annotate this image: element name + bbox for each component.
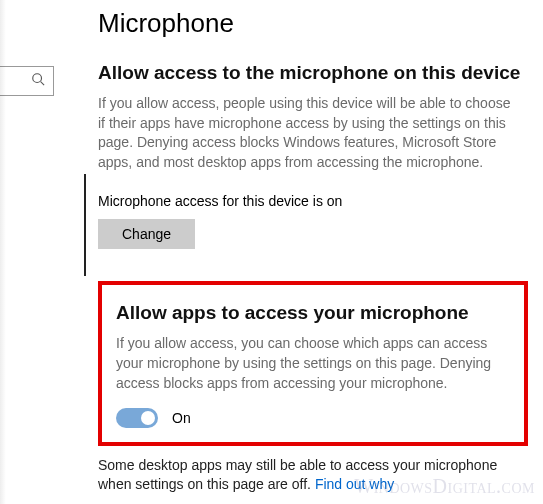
highlight-box: Allow apps to access your microphone If … [98,281,528,445]
app-access-toggle[interactable] [116,408,158,428]
toggle-knob [141,411,155,425]
page-title: Microphone [98,8,533,39]
find-out-why-link[interactable]: Find out why [315,476,394,492]
search-input[interactable] [0,66,54,96]
section-body-app-access: If you allow access, you can choose whic… [116,334,510,394]
search-icon [31,72,45,90]
footer-text: Some desktop apps may still be able to a… [98,457,497,493]
device-access-status: Microphone access for this device is on [98,193,533,209]
sidebar-search-fragment [0,66,56,96]
section-body-device-access: If you allow access, people using this d… [98,94,518,174]
scroll-indicator [84,174,86,276]
toggle-state-label: On [172,410,191,426]
footer-note: Some desktop apps may still be able to a… [98,456,528,496]
section-heading-app-access: Allow apps to access your microphone [116,301,510,326]
section-heading-device-access: Allow access to the microphone on this d… [98,61,533,86]
svg-line-1 [41,82,45,86]
left-edge-shadow [0,0,6,504]
svg-point-0 [33,74,42,83]
change-button[interactable]: Change [98,219,195,249]
